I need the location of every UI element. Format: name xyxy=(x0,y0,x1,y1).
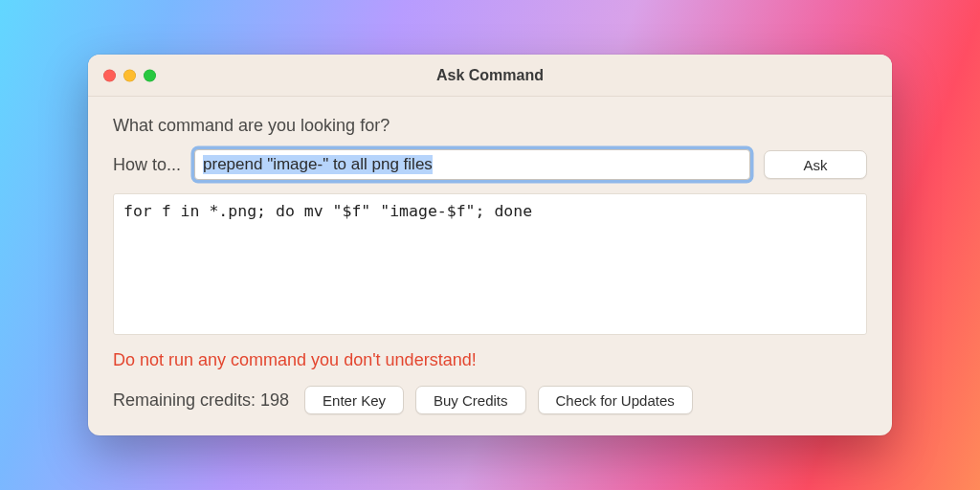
close-icon[interactable] xyxy=(103,69,116,81)
ask-button[interactable]: Ask xyxy=(764,150,867,179)
output-area[interactable]: for f in *.png; do mv "$f" "image-$f"; d… xyxy=(113,193,867,335)
query-row: How to... Ask xyxy=(113,149,867,180)
window-title: Ask Command xyxy=(436,67,544,84)
enter-key-button[interactable]: Enter Key xyxy=(304,386,404,414)
query-input[interactable] xyxy=(194,149,750,180)
app-window: Ask Command What command are you looking… xyxy=(88,55,892,435)
footer-row: Remaining credits: 198 Enter Key Buy Cre… xyxy=(113,386,867,414)
query-input-wrap xyxy=(194,149,750,180)
warning-text: Do not run any command you don't underst… xyxy=(113,350,867,370)
traffic-lights xyxy=(103,69,156,81)
check-updates-button[interactable]: Check for Updates xyxy=(538,386,693,414)
prompt-label: What command are you looking for? xyxy=(113,116,867,136)
zoom-icon[interactable] xyxy=(144,69,156,81)
howto-label: How to... xyxy=(113,155,181,175)
titlebar[interactable]: Ask Command xyxy=(88,55,892,97)
content-area: What command are you looking for? How to… xyxy=(88,97,892,435)
buy-credits-button[interactable]: Buy Credits xyxy=(415,386,526,414)
minimize-icon[interactable] xyxy=(123,69,136,81)
credits-label: Remaining credits: 198 xyxy=(113,390,289,411)
